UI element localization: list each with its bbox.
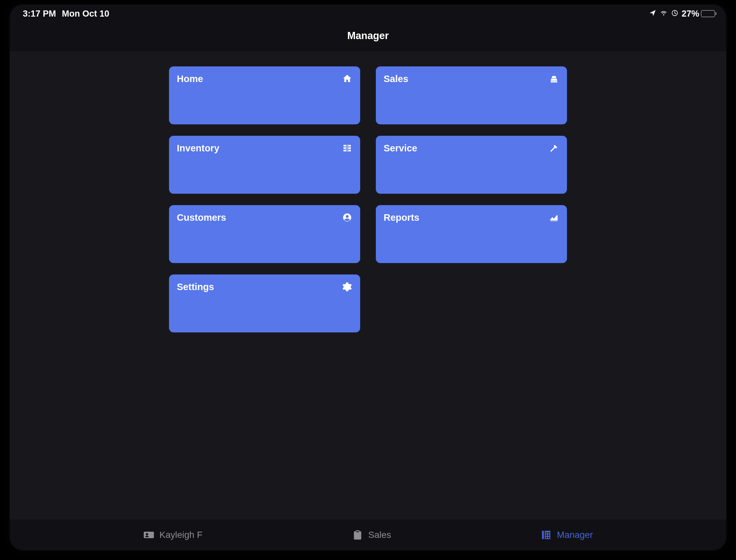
- tile-grid: Home Sales Inventory Service: [10, 66, 726, 332]
- tile-label: Home: [177, 74, 203, 84]
- tab-label: Sales: [368, 530, 391, 540]
- tab-label: Manager: [557, 530, 593, 540]
- status-time: 3:17 PM: [23, 9, 56, 19]
- cash-register-icon: [549, 74, 559, 84]
- tab-label: Kayleigh F: [160, 530, 203, 540]
- tab-sales[interactable]: Sales: [352, 529, 391, 540]
- tile-label: Settings: [177, 282, 214, 292]
- id-card-icon: [143, 529, 154, 540]
- tile-home[interactable]: Home: [169, 66, 360, 124]
- sync-icon: [671, 9, 678, 19]
- tile-customers[interactable]: Customers: [169, 205, 360, 263]
- hammer-icon: [549, 143, 559, 153]
- tile-label: Reports: [384, 212, 419, 223]
- tile-service[interactable]: Service: [376, 136, 567, 194]
- building-icon: [541, 529, 552, 540]
- clipboard-icon: [352, 529, 363, 540]
- tile-label: Service: [384, 143, 417, 154]
- status-date: Mon Oct 10: [62, 9, 109, 19]
- chart-line-icon: [549, 212, 559, 223]
- home-icon: [342, 74, 352, 84]
- tile-sales[interactable]: Sales: [376, 66, 567, 124]
- status-bar: 3:17 PM Mon Oct 10 27%: [10, 5, 726, 22]
- tile-label: Sales: [384, 74, 408, 84]
- page-title: Manager: [10, 30, 726, 42]
- page-header: Manager: [10, 22, 726, 51]
- tile-settings[interactable]: Settings: [169, 274, 360, 332]
- tab-manager[interactable]: Manager: [541, 529, 593, 540]
- tile-inventory[interactable]: Inventory: [169, 136, 360, 194]
- drawer-icon: [342, 143, 352, 153]
- tile-reports[interactable]: Reports: [376, 205, 567, 263]
- wifi-icon: [659, 9, 668, 19]
- battery-percent: 27%: [682, 9, 699, 19]
- tab-bar: Kayleigh F Sales Manager: [10, 520, 726, 550]
- gear-icon: [342, 282, 352, 292]
- person-circle-icon: [342, 212, 352, 223]
- battery-icon: [701, 10, 715, 17]
- location-icon: [649, 9, 656, 19]
- tile-label: Customers: [177, 212, 226, 223]
- tile-label: Inventory: [177, 143, 219, 154]
- tab-user[interactable]: Kayleigh F: [143, 529, 203, 540]
